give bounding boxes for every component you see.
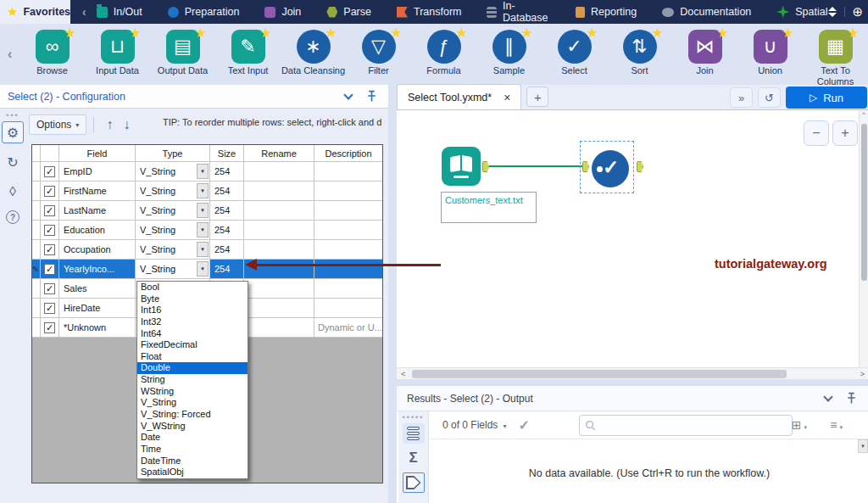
tool-sort[interactable]: ⇅★Sort	[607, 24, 672, 85]
grid-header-rename[interactable]: Rename	[244, 145, 314, 161]
type-option-v-wstring[interactable]: V_WString	[137, 421, 248, 433]
drag-handle-icon[interactable]: •••••	[403, 413, 425, 422]
category-tab-documentation[interactable]: Documentation	[662, 6, 751, 18]
grid-header-description[interactable]: Description	[314, 145, 382, 161]
add-category-icon[interactable]: ⊕	[853, 4, 864, 20]
field-checkbox[interactable]: ✓	[44, 186, 55, 197]
grid-header-field[interactable]: Field	[59, 145, 136, 161]
field-name-cell[interactable]: YearlyInco...	[59, 260, 136, 278]
output-anchor[interactable]	[637, 161, 643, 172]
collapse-results-icon[interactable]	[823, 392, 832, 401]
type-option-spatialobj[interactable]: SpatialObj	[137, 467, 248, 478]
tab-favorites[interactable]: ★ Favorites	[0, 0, 70, 24]
size-cell[interactable]: 254	[210, 260, 244, 278]
size-cell[interactable]: 254	[210, 162, 244, 181]
field-row-lastname[interactable]: ✓LastNameV_String▾254	[32, 201, 382, 221]
zoom-in-button[interactable]: +	[832, 120, 858, 146]
description-cell[interactable]	[314, 221, 382, 239]
tool-filter[interactable]: ▽★Filter	[346, 24, 411, 85]
type-cell[interactable]: V_String▾	[136, 182, 210, 200]
type-option-bool[interactable]: Bool	[137, 282, 248, 293]
field-name-cell[interactable]: Occupation	[59, 240, 136, 259]
help-tab-icon[interactable]: ?	[6, 210, 19, 224]
workflow-tab[interactable]: Select Tool.yxmd* ×	[397, 84, 521, 109]
tool-formula[interactable]: ƒ★Formula	[411, 24, 476, 85]
new-window-icon[interactable]: ⊞▾	[792, 418, 807, 432]
results-search-input[interactable]	[579, 415, 793, 436]
pin-icon[interactable]	[845, 392, 858, 405]
collapse-panel-icon[interactable]	[343, 90, 353, 99]
type-dropdown-button[interactable]: ▾	[197, 222, 209, 238]
results-menu-icon[interactable]: ≡▾	[830, 418, 843, 432]
category-tab-transform[interactable]: Transform	[397, 6, 462, 18]
grid-header-type[interactable]: Type	[136, 145, 210, 161]
type-option-string[interactable]: String	[137, 374, 248, 386]
more-tabs-button[interactable]: »	[730, 87, 753, 108]
type-option-fixeddecimal[interactable]: FixedDecimal	[137, 339, 248, 351]
field-checkbox[interactable]: ✓	[44, 166, 55, 177]
type-option-wstring[interactable]: WString	[137, 386, 248, 398]
description-cell[interactable]	[314, 240, 382, 259]
tool-sample[interactable]: ∥★Sample	[476, 24, 542, 85]
results-summary-icon[interactable]: Σ	[409, 450, 417, 467]
tool-text-to-columns[interactable]: ▦★Text To Columns	[803, 24, 868, 85]
size-cell[interactable]: 254	[210, 221, 244, 239]
type-option-byte[interactable]: Byte	[137, 293, 248, 305]
field-name-cell[interactable]: HireDate	[59, 299, 136, 317]
field-name-cell[interactable]: Education	[59, 221, 136, 239]
results-mini-scrollbar[interactable]: ▼	[858, 439, 868, 453]
collapse-palette-icon[interactable]	[828, 7, 837, 17]
category-tab-in-database[interactable]: In-Database	[487, 0, 550, 24]
select-tool-node[interactable]: ✓	[592, 150, 629, 187]
field-row-empid[interactable]: ✓EmpIDV_String▾254	[32, 162, 382, 182]
settings-tab-icon[interactable]: ⚙	[2, 121, 24, 143]
type-option-date[interactable]: Date	[137, 432, 248, 444]
scroll-left-icon[interactable]: <	[397, 370, 409, 378]
rename-cell[interactable]	[244, 201, 314, 220]
tool-data-cleansing[interactable]: ∗★Data Cleansing	[281, 24, 346, 85]
field-checkbox[interactable]: ✓	[44, 264, 55, 275]
options-button[interactable]: Options ▾	[29, 115, 86, 135]
field-row-firstname[interactable]: ✓FirstNameV_String▾254	[32, 182, 382, 201]
tag-tab-icon[interactable]: ◊	[2, 181, 24, 203]
size-cell[interactable]: 254	[210, 240, 244, 259]
history-button[interactable]: ↺	[758, 87, 781, 108]
rename-cell[interactable]	[244, 240, 314, 259]
type-option-int32[interactable]: Int32	[137, 316, 248, 328]
rename-cell[interactable]	[244, 279, 314, 298]
field-row-occupation[interactable]: ✓OccupationV_String▾254	[32, 240, 382, 260]
size-cell[interactable]: 254	[210, 201, 244, 220]
node-annotation[interactable]: Customers_text.txt	[441, 192, 537, 223]
type-option-v-string-forced[interactable]: V_String: Forced	[137, 409, 248, 421]
scroll-right-icon[interactable]: >	[860, 370, 865, 378]
type-cell[interactable]: V_String▾	[136, 260, 210, 278]
field-checkbox[interactable]: ✓	[44, 225, 55, 236]
category-tab-spatial[interactable]: Spatial	[776, 6, 827, 19]
tool-browse[interactable]: ∞★Browse	[19, 24, 85, 85]
output-anchor[interactable]	[482, 161, 489, 172]
type-option-datetime[interactable]: DateTime	[137, 455, 248, 467]
type-dropdown-button[interactable]: ▾	[197, 242, 209, 257]
type-cell[interactable]: V_String▾	[136, 162, 210, 181]
fields-caret-icon[interactable]: ▾	[503, 422, 506, 430]
tool-input-data[interactable]: ⊔★Input Data	[85, 24, 150, 85]
drag-handle-icon[interactable]: •••	[6, 111, 19, 120]
run-button[interactable]: ▷ Run	[786, 87, 867, 109]
scrollbar-thumb[interactable]	[861, 124, 867, 281]
type-cell[interactable]: V_String▾	[136, 221, 210, 239]
scrollbar-thumb[interactable]	[412, 370, 787, 378]
field-checkbox[interactable]: ✓	[44, 283, 55, 294]
move-row-down-button[interactable]: ↓	[118, 117, 135, 132]
description-cell[interactable]	[314, 182, 382, 200]
apply-check-icon[interactable]: ✓	[518, 417, 529, 433]
size-cell[interactable]: 254	[210, 182, 244, 200]
category-tab-parse[interactable]: Parse	[326, 6, 371, 18]
canvas-horizontal-scrollbar[interactable]: < >	[397, 367, 868, 379]
canvas-vertical-scrollbar[interactable]: ^	[859, 110, 868, 367]
tool-output-data[interactable]: ▤★Output Data	[150, 24, 215, 85]
tool-union[interactable]: ∪★Union	[737, 24, 803, 85]
field-name-cell[interactable]: LastName	[59, 201, 136, 220]
type-dropdown-button[interactable]: ▾	[197, 164, 209, 179]
field-checkbox[interactable]: ✓	[44, 244, 55, 255]
rename-cell[interactable]	[244, 299, 314, 317]
